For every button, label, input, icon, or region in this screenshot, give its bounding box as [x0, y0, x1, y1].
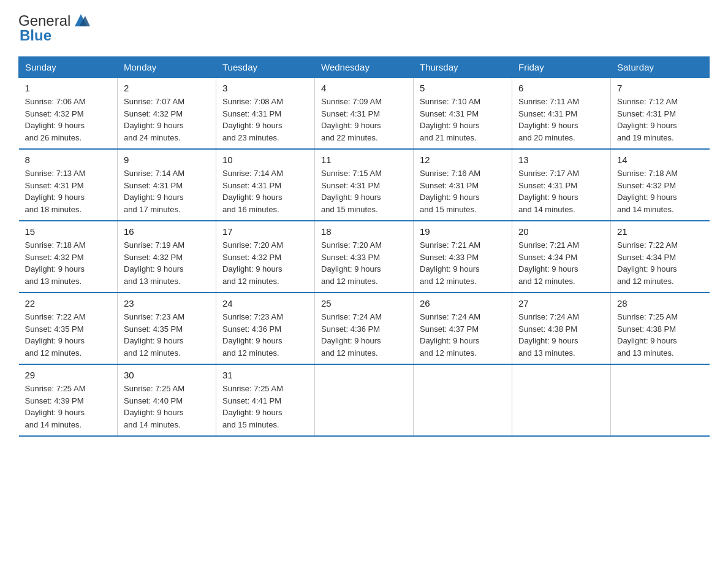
day-info: Sunrise: 7:08 AMSunset: 4:31 PMDaylight:… [222, 96, 308, 144]
day-info: Sunrise: 7:13 AMSunset: 4:31 PMDaylight:… [25, 167, 112, 215]
calendar-day-17: 17Sunrise: 7:20 AMSunset: 4:32 PMDayligh… [216, 221, 315, 293]
day-info: Sunrise: 7:06 AMSunset: 4:32 PMDaylight:… [25, 96, 112, 144]
calendar-day-21: 21Sunrise: 7:22 AMSunset: 4:34 PMDayligh… [611, 221, 710, 293]
calendar-day-13: 13Sunrise: 7:17 AMSunset: 4:31 PMDayligh… [512, 149, 611, 221]
day-info: Sunrise: 7:18 AMSunset: 4:32 PMDaylight:… [617, 167, 703, 215]
calendar-day-20: 20Sunrise: 7:21 AMSunset: 4:34 PMDayligh… [512, 221, 611, 293]
calendar-day-2: 2Sunrise: 7:07 AMSunset: 4:32 PMDaylight… [118, 78, 216, 150]
day-number: 1 [25, 83, 112, 93]
calendar-day-31: 31Sunrise: 7:25 AMSunset: 4:41 PMDayligh… [216, 364, 315, 436]
calendar-day-10: 10Sunrise: 7:14 AMSunset: 4:31 PMDayligh… [216, 149, 315, 221]
calendar-day-27: 27Sunrise: 7:24 AMSunset: 4:38 PMDayligh… [512, 293, 611, 364]
logo: General Blue [18, 12, 90, 44]
day-number: 15 [25, 226, 112, 237]
calendar-day-16: 16Sunrise: 7:19 AMSunset: 4:32 PMDayligh… [118, 221, 216, 293]
day-number: 3 [222, 83, 308, 93]
calendar-day-28: 28Sunrise: 7:25 AMSunset: 4:38 PMDayligh… [611, 293, 710, 364]
day-info: Sunrise: 7:07 AMSunset: 4:32 PMDaylight:… [124, 96, 210, 144]
calendar-day-19: 19Sunrise: 7:21 AMSunset: 4:33 PMDayligh… [414, 221, 512, 293]
empty-cell [414, 364, 512, 436]
calendar-day-8: 8Sunrise: 7:13 AMSunset: 4:31 PMDaylight… [19, 149, 118, 221]
day-info: Sunrise: 7:15 AMSunset: 4:31 PMDaylight:… [321, 167, 407, 215]
day-number: 17 [222, 226, 308, 237]
calendar-day-3: 3Sunrise: 7:08 AMSunset: 4:31 PMDaylight… [216, 78, 315, 150]
calendar-week-5: 29Sunrise: 7:25 AMSunset: 4:39 PMDayligh… [19, 364, 710, 436]
day-info: Sunrise: 7:09 AMSunset: 4:31 PMDaylight:… [321, 96, 407, 144]
day-number: 31 [222, 370, 308, 380]
calendar-day-11: 11Sunrise: 7:15 AMSunset: 4:31 PMDayligh… [315, 149, 414, 221]
day-number: 30 [124, 370, 210, 380]
column-header-sunday: Sunday [19, 57, 118, 78]
day-number: 5 [420, 83, 506, 93]
calendar-week-4: 22Sunrise: 7:22 AMSunset: 4:35 PMDayligh… [19, 293, 710, 364]
day-info: Sunrise: 7:20 AMSunset: 4:32 PMDaylight:… [222, 239, 308, 287]
calendar-table: SundayMondayTuesdayWednesdayThursdayFrid… [18, 56, 710, 437]
calendar-day-29: 29Sunrise: 7:25 AMSunset: 4:39 PMDayligh… [19, 364, 118, 436]
calendar-week-3: 15Sunrise: 7:18 AMSunset: 4:32 PMDayligh… [19, 221, 710, 293]
day-number: 2 [124, 83, 210, 93]
day-number: 6 [518, 83, 604, 93]
day-number: 18 [321, 226, 407, 237]
empty-cell [611, 364, 710, 436]
day-info: Sunrise: 7:22 AMSunset: 4:34 PMDaylight:… [617, 239, 703, 287]
logo-icon [72, 11, 90, 29]
day-number: 25 [321, 298, 407, 308]
column-header-tuesday: Tuesday [216, 57, 315, 78]
calendar-day-24: 24Sunrise: 7:23 AMSunset: 4:36 PMDayligh… [216, 293, 315, 364]
day-info: Sunrise: 7:14 AMSunset: 4:31 PMDaylight:… [124, 167, 210, 215]
day-number: 19 [420, 226, 506, 237]
day-info: Sunrise: 7:21 AMSunset: 4:33 PMDaylight:… [420, 239, 506, 287]
calendar-week-1: 1Sunrise: 7:06 AMSunset: 4:32 PMDaylight… [19, 78, 710, 150]
day-number: 28 [617, 298, 703, 308]
calendar-day-6: 6Sunrise: 7:11 AMSunset: 4:31 PMDaylight… [512, 78, 611, 150]
day-info: Sunrise: 7:25 AMSunset: 4:41 PMDaylight:… [222, 383, 308, 431]
day-info: Sunrise: 7:21 AMSunset: 4:34 PMDaylight:… [518, 239, 604, 287]
day-info: Sunrise: 7:24 AMSunset: 4:37 PMDaylight:… [420, 311, 506, 359]
day-number: 8 [25, 155, 112, 165]
day-info: Sunrise: 7:25 AMSunset: 4:39 PMDaylight:… [25, 383, 112, 431]
day-number: 29 [25, 370, 112, 380]
day-info: Sunrise: 7:23 AMSunset: 4:36 PMDaylight:… [222, 311, 308, 359]
day-number: 7 [617, 83, 703, 93]
calendar-day-23: 23Sunrise: 7:23 AMSunset: 4:35 PMDayligh… [118, 293, 216, 364]
day-info: Sunrise: 7:18 AMSunset: 4:32 PMDaylight:… [25, 239, 112, 287]
day-info: Sunrise: 7:25 AMSunset: 4:40 PMDaylight:… [124, 383, 210, 431]
calendar-day-26: 26Sunrise: 7:24 AMSunset: 4:37 PMDayligh… [414, 293, 512, 364]
column-header-saturday: Saturday [611, 57, 710, 78]
empty-cell [315, 364, 414, 436]
day-info: Sunrise: 7:17 AMSunset: 4:31 PMDaylight:… [518, 167, 604, 215]
calendar-day-14: 14Sunrise: 7:18 AMSunset: 4:32 PMDayligh… [611, 149, 710, 221]
day-info: Sunrise: 7:16 AMSunset: 4:31 PMDaylight:… [420, 167, 506, 215]
calendar-day-18: 18Sunrise: 7:20 AMSunset: 4:33 PMDayligh… [315, 221, 414, 293]
calendar-day-5: 5Sunrise: 7:10 AMSunset: 4:31 PMDaylight… [414, 78, 512, 150]
calendar-day-1: 1Sunrise: 7:06 AMSunset: 4:32 PMDaylight… [19, 78, 118, 150]
day-info: Sunrise: 7:12 AMSunset: 4:31 PMDaylight:… [617, 96, 703, 144]
day-info: Sunrise: 7:11 AMSunset: 4:31 PMDaylight:… [518, 96, 604, 144]
day-number: 14 [617, 155, 703, 165]
calendar-header-row: SundayMondayTuesdayWednesdayThursdayFrid… [19, 57, 710, 78]
day-info: Sunrise: 7:14 AMSunset: 4:31 PMDaylight:… [222, 167, 308, 215]
calendar-day-12: 12Sunrise: 7:16 AMSunset: 4:31 PMDayligh… [414, 149, 512, 221]
day-info: Sunrise: 7:10 AMSunset: 4:31 PMDaylight:… [420, 96, 506, 144]
day-number: 9 [124, 155, 210, 165]
day-number: 12 [420, 155, 506, 165]
calendar-day-7: 7Sunrise: 7:12 AMSunset: 4:31 PMDaylight… [611, 78, 710, 150]
day-number: 16 [124, 226, 210, 237]
page-header: General Blue [18, 12, 710, 44]
day-number: 24 [222, 298, 308, 308]
column-header-thursday: Thursday [414, 57, 512, 78]
day-info: Sunrise: 7:23 AMSunset: 4:35 PMDaylight:… [124, 311, 210, 359]
calendar-day-22: 22Sunrise: 7:22 AMSunset: 4:35 PMDayligh… [19, 293, 118, 364]
day-number: 23 [124, 298, 210, 308]
column-header-monday: Monday [118, 57, 216, 78]
calendar-day-9: 9Sunrise: 7:14 AMSunset: 4:31 PMDaylight… [118, 149, 216, 221]
day-number: 21 [617, 226, 703, 237]
day-info: Sunrise: 7:24 AMSunset: 4:36 PMDaylight:… [321, 311, 407, 359]
day-info: Sunrise: 7:19 AMSunset: 4:32 PMDaylight:… [124, 239, 210, 287]
day-number: 26 [420, 298, 506, 308]
day-number: 11 [321, 155, 407, 165]
column-header-wednesday: Wednesday [315, 57, 414, 78]
day-number: 10 [222, 155, 308, 165]
day-number: 27 [518, 298, 604, 308]
calendar-day-25: 25Sunrise: 7:24 AMSunset: 4:36 PMDayligh… [315, 293, 414, 364]
